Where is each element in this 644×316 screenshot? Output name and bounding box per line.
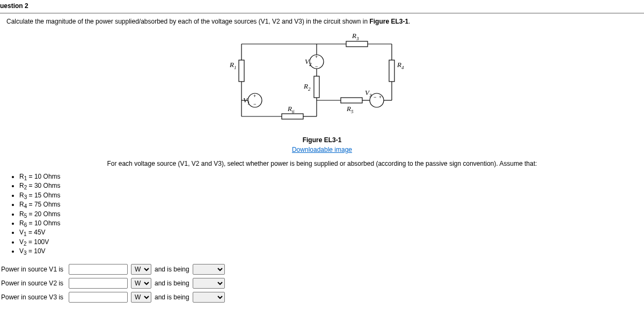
downloadable-image-link[interactable]: Downloadable image <box>209 146 435 153</box>
circuit-figure: + − − + + − R1 R2 R3 R4 R5 R6 V1 V2 V3 F… <box>209 31 435 153</box>
svg-rect-11 <box>389 60 394 82</box>
svg-text:+: + <box>253 93 256 99</box>
list-item: R5 = 20 Ohms <box>19 210 644 219</box>
label-R5: R5 <box>346 105 354 114</box>
svg-text:+: + <box>379 94 382 100</box>
list-item: R6 = 10 Ohms <box>19 219 644 228</box>
list-item: R1 = 10 Ohms <box>19 173 644 181</box>
unit-select-v1[interactable]: W <box>131 264 151 275</box>
list-item: V1 = 45V <box>19 229 644 237</box>
svg-rect-8 <box>346 41 368 47</box>
circuit-svg: + − − + + − R1 R2 R3 R4 R5 R6 V1 V2 V3 <box>209 31 435 133</box>
answer-row-v3: Power in source V3 is W and is being <box>0 292 644 303</box>
unit-select-v2[interactable]: W <box>131 278 151 289</box>
label-R6: R6 <box>287 105 295 114</box>
given-values-list: R1 = 10 Ohms R2 = 30 Ohms R3 = 15 Ohms R… <box>0 173 644 256</box>
row-label: Power in source V2 is <box>1 280 65 287</box>
svg-text:−: − <box>253 101 256 107</box>
figure-caption: Figure EL3-1 <box>209 136 435 144</box>
svg-text:−: − <box>315 64 318 69</box>
svg-text:+: + <box>315 54 318 60</box>
svg-rect-1 <box>239 60 244 82</box>
list-item: V3 = 10V <box>19 247 644 256</box>
sub-prompt: For each voltage source (V1, V2 and V3),… <box>0 160 644 167</box>
label-V2: V2 <box>305 57 312 67</box>
prompt-text-post: . <box>408 18 410 25</box>
row-label: Power in source V3 is <box>1 293 65 301</box>
question-title: uestion 2 <box>0 0 644 12</box>
conj-text: and is being <box>155 266 189 273</box>
conj-text: and is being <box>155 293 189 301</box>
label-R1: R1 <box>229 61 236 70</box>
row-label: Power in source V1 is <box>1 266 65 273</box>
mode-select-v1[interactable] <box>193 264 225 275</box>
label-V3: V3 <box>365 89 372 98</box>
svg-rect-18 <box>314 76 319 98</box>
list-item: V2 = 100V <box>19 238 644 247</box>
answer-row-v1: Power in source V1 is W and is being <box>0 264 644 275</box>
label-R3: R3 <box>352 32 359 41</box>
power-v1-input[interactable] <box>69 264 128 275</box>
list-item: R3 = 15 Ohms <box>19 192 644 200</box>
power-v3-input[interactable] <box>69 292 128 303</box>
list-item: R4 = 75 Ohms <box>19 201 644 209</box>
power-v2-input[interactable] <box>69 278 128 289</box>
answer-row-v2: Power in source V2 is W and is being <box>0 278 644 289</box>
divider <box>0 13 644 13</box>
list-item: R2 = 30 Ohms <box>19 182 644 190</box>
svg-rect-16 <box>341 98 362 103</box>
figure-container: + − − + + − R1 R2 R3 R4 R5 R6 V1 V2 V3 F… <box>0 31 644 157</box>
prompt-text-pre: Calculate the magnitude of the power sup… <box>6 18 369 25</box>
conj-text: and is being <box>155 280 189 287</box>
label-R2: R2 <box>303 82 311 92</box>
svg-rect-21 <box>282 114 303 119</box>
question-header: uestion 2 <box>0 0 644 13</box>
mode-select-v3[interactable] <box>193 292 225 303</box>
question-prompt: Calculate the magnitude of the power sup… <box>0 18 644 25</box>
svg-text:−: − <box>374 94 376 100</box>
mode-select-v2[interactable] <box>193 278 225 289</box>
label-R4: R4 <box>397 61 404 70</box>
prompt-figure-ref: Figure EL3-1 <box>369 18 408 25</box>
unit-select-v3[interactable]: W <box>131 292 151 303</box>
